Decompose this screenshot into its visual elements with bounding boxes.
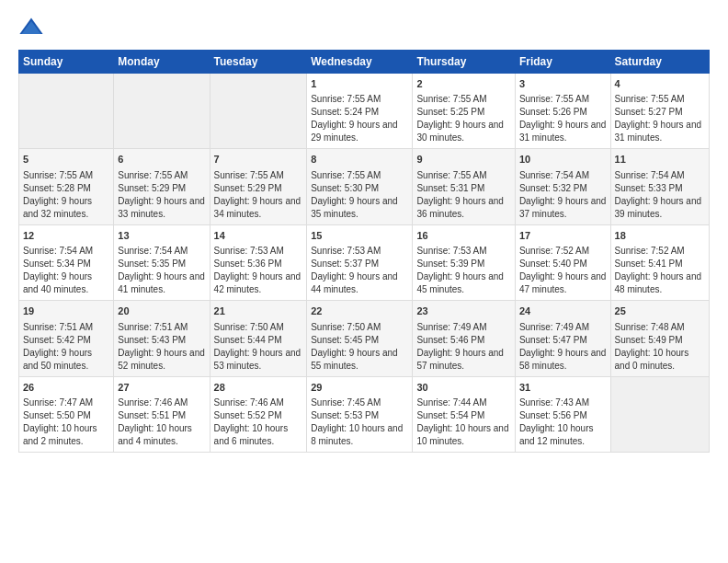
- day-number: 14: [214, 229, 303, 243]
- calendar-cell: 16Sunrise: 7:53 AMSunset: 5:39 PMDayligh…: [413, 224, 515, 300]
- day-number: 20: [118, 304, 205, 318]
- sunset-line: Sunset: 5:28 PM: [23, 183, 91, 193]
- day-number: 23: [416, 304, 510, 318]
- sunrise-line: Sunrise: 7:55 AM: [311, 94, 381, 104]
- day-number: 18: [615, 229, 705, 243]
- calendar-cell: 19Sunrise: 7:51 AMSunset: 5:42 PMDayligh…: [19, 301, 114, 376]
- calendar-cell: 3Sunrise: 7:55 AMSunset: 5:26 PMDaylight…: [515, 74, 610, 149]
- sunrise-line: Sunrise: 7:46 AM: [214, 397, 284, 408]
- sunset-line: Sunset: 5:39 PM: [416, 259, 484, 269]
- sunset-line: Sunset: 5:50 PM: [23, 410, 91, 420]
- day-number: 19: [23, 304, 109, 318]
- daylight-line: Daylight: 9 hours and 55 minutes.: [311, 348, 398, 371]
- sunrise-line: Sunrise: 7:43 AM: [519, 397, 589, 408]
- daylight-line: Daylight: 9 hours and 57 minutes.: [416, 348, 504, 371]
- day-number: 26: [23, 381, 109, 395]
- sunrise-line: Sunrise: 7:48 AM: [615, 322, 685, 332]
- day-number: 24: [519, 304, 607, 318]
- calendar-cell: 9Sunrise: 7:55 AMSunset: 5:31 PMDaylight…: [413, 149, 515, 224]
- day-number: 11: [615, 153, 705, 167]
- day-number: 30: [416, 381, 510, 395]
- sunrise-line: Sunrise: 7:55 AM: [416, 170, 486, 180]
- sunrise-line: Sunrise: 7:55 AM: [615, 94, 685, 104]
- calendar-cell: 29Sunrise: 7:45 AMSunset: 5:53 PMDayligh…: [307, 376, 413, 452]
- calendar-cell: 12Sunrise: 7:54 AMSunset: 5:34 PMDayligh…: [19, 224, 114, 300]
- daylight-line: Daylight: 10 hours and 2 minutes.: [23, 423, 97, 446]
- calendar-cell: 27Sunrise: 7:46 AMSunset: 5:51 PMDayligh…: [114, 376, 210, 452]
- sunset-line: Sunset: 5:41 PM: [615, 259, 683, 269]
- sunset-line: Sunset: 5:25 PM: [416, 107, 484, 117]
- daylight-line: Daylight: 9 hours and 39 minutes.: [615, 196, 702, 219]
- calendar-cell: 4Sunrise: 7:55 AMSunset: 5:27 PMDaylight…: [610, 74, 709, 149]
- sunset-line: Sunset: 5:35 PM: [118, 259, 186, 269]
- daylight-line: Daylight: 10 hours and 8 minutes.: [311, 423, 403, 446]
- sunset-line: Sunset: 5:42 PM: [23, 335, 91, 345]
- sunrise-line: Sunrise: 7:50 AM: [214, 322, 284, 332]
- calendar-cell: 7Sunrise: 7:55 AMSunset: 5:29 PMDaylight…: [210, 149, 307, 224]
- sunset-line: Sunset: 5:51 PM: [118, 410, 186, 420]
- sunrise-line: Sunrise: 7:55 AM: [23, 170, 93, 180]
- sunset-line: Sunset: 5:43 PM: [118, 335, 186, 345]
- calendar-header-row: SundayMondayTuesdayWednesdayThursdayFrid…: [19, 51, 710, 74]
- sunset-line: Sunset: 5:47 PM: [519, 335, 587, 345]
- daylight-line: Daylight: 9 hours and 31 minutes.: [615, 120, 702, 143]
- sunset-line: Sunset: 5:24 PM: [311, 107, 379, 117]
- day-number: 6: [118, 153, 205, 167]
- page: SundayMondayTuesdayWednesdayThursdayFrid…: [0, 0, 728, 462]
- daylight-line: Daylight: 9 hours and 31 minutes.: [519, 120, 607, 143]
- sunrise-line: Sunrise: 7:45 AM: [311, 397, 381, 408]
- calendar-cell: 11Sunrise: 7:54 AMSunset: 5:33 PMDayligh…: [610, 149, 709, 224]
- sunset-line: Sunset: 5:37 PM: [311, 259, 379, 269]
- sunrise-line: Sunrise: 7:55 AM: [519, 94, 589, 104]
- logo: [18, 15, 48, 40]
- daylight-line: Daylight: 10 hours and 0 minutes.: [615, 348, 689, 371]
- calendar-cell: 5Sunrise: 7:55 AMSunset: 5:28 PMDaylight…: [19, 149, 114, 224]
- sunset-line: Sunset: 5:27 PM: [615, 107, 683, 117]
- calendar-cell: 21Sunrise: 7:50 AMSunset: 5:44 PMDayligh…: [210, 301, 307, 376]
- daylight-line: Daylight: 9 hours and 44 minutes.: [311, 271, 398, 294]
- calendar-cell: 14Sunrise: 7:53 AMSunset: 5:36 PMDayligh…: [210, 224, 307, 300]
- daylight-line: Daylight: 9 hours and 29 minutes.: [311, 120, 398, 143]
- sunset-line: Sunset: 5:52 PM: [214, 410, 282, 420]
- calendar-cell: [19, 74, 114, 149]
- daylight-line: Daylight: 10 hours and 6 minutes.: [214, 423, 289, 446]
- sunrise-line: Sunrise: 7:54 AM: [519, 170, 589, 180]
- sunrise-line: Sunrise: 7:49 AM: [519, 322, 589, 332]
- daylight-line: Daylight: 9 hours and 58 minutes.: [519, 348, 607, 371]
- day-number: 22: [311, 304, 408, 318]
- calendar-week-row: 26Sunrise: 7:47 AMSunset: 5:50 PMDayligh…: [19, 376, 710, 452]
- sunset-line: Sunset: 5:53 PM: [311, 410, 379, 420]
- calendar-cell: 20Sunrise: 7:51 AMSunset: 5:43 PMDayligh…: [114, 301, 210, 376]
- sunrise-line: Sunrise: 7:53 AM: [416, 246, 486, 256]
- calendar-cell: 26Sunrise: 7:47 AMSunset: 5:50 PMDayligh…: [19, 376, 114, 452]
- day-number: 4: [615, 77, 705, 91]
- calendar-table: SundayMondayTuesdayWednesdayThursdayFrid…: [18, 50, 710, 453]
- calendar-cell: 25Sunrise: 7:48 AMSunset: 5:49 PMDayligh…: [610, 301, 709, 376]
- daylight-line: Daylight: 10 hours and 10 minutes.: [416, 423, 508, 446]
- day-number: 16: [416, 229, 510, 243]
- logo-icon: [18, 15, 44, 40]
- sunset-line: Sunset: 5:46 PM: [416, 335, 484, 345]
- calendar-cell: 22Sunrise: 7:50 AMSunset: 5:45 PMDayligh…: [307, 301, 413, 376]
- daylight-line: Daylight: 9 hours and 41 minutes.: [118, 271, 205, 294]
- sunrise-line: Sunrise: 7:51 AM: [23, 322, 93, 332]
- sunrise-line: Sunrise: 7:54 AM: [118, 246, 188, 256]
- sunrise-line: Sunrise: 7:52 AM: [519, 246, 589, 256]
- daylight-line: Daylight: 9 hours and 33 minutes.: [118, 196, 205, 219]
- sunrise-line: Sunrise: 7:55 AM: [416, 94, 486, 104]
- header-monday: Monday: [114, 51, 210, 74]
- day-number: 10: [519, 153, 607, 167]
- header-thursday: Thursday: [413, 51, 515, 74]
- calendar-cell: 28Sunrise: 7:46 AMSunset: 5:52 PMDayligh…: [210, 376, 307, 452]
- calendar-cell: 8Sunrise: 7:55 AMSunset: 5:30 PMDaylight…: [307, 149, 413, 224]
- calendar-week-row: 12Sunrise: 7:54 AMSunset: 5:34 PMDayligh…: [19, 224, 710, 300]
- header-friday: Friday: [515, 51, 610, 74]
- day-number: 15: [311, 229, 408, 243]
- day-number: 7: [214, 153, 303, 167]
- sunset-line: Sunset: 5:54 PM: [416, 410, 484, 420]
- day-number: 29: [311, 381, 408, 395]
- calendar-cell: 6Sunrise: 7:55 AMSunset: 5:29 PMDaylight…: [114, 149, 210, 224]
- header-sunday: Sunday: [19, 51, 114, 74]
- sunset-line: Sunset: 5:36 PM: [214, 259, 282, 269]
- daylight-line: Daylight: 9 hours and 32 minutes.: [23, 196, 92, 219]
